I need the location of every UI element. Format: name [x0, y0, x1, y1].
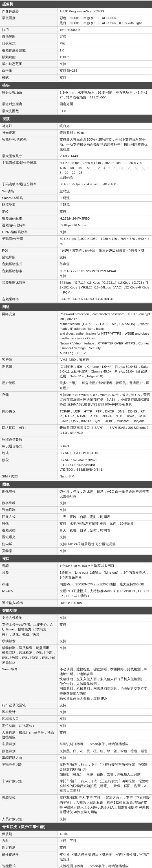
spec-value: 人脸检测（稀疏），smart事件，稀疏遮挡感应	[58, 863, 152, 868]
spec-value: 内置Micro SD/SDHC/Micro SDXC 插槽，最大支持256 GB	[58, 581, 152, 588]
spec-value: P制	[58, 40, 152, 47]
spec-label: 主码流帧率/最佳分辨率	[0, 160, 58, 181]
spec-value: 上行，下行	[58, 838, 152, 844]
section-table-4: 图像增强饱和度，亮度，对比度，锐度，AGC 白平衡是否用户调整前设置都可调数字降…	[0, 488, 152, 555]
table-row: 模式支持	[0, 74, 152, 81]
spec-label: 镜头及视场角	[0, 89, 58, 101]
spec-label: 模式	[0, 74, 58, 81]
table-row: 码流类型主码流	[0, 202, 152, 208]
section-table-1: 镜头及视场角8.3~9 mm，水平视场角：92.5°~48°，垂直视场角：48.…	[0, 89, 152, 115]
spec-label: 区域屏蔽	[0, 254, 58, 261]
spec-value: 2560 × 1440	[58, 153, 152, 160]
table-row: 宽动态支持	[0, 548, 152, 554]
table-row: 车辆行驶方向支持	[0, 754, 152, 761]
spec-value: 定焦	[58, 33, 152, 40]
table-row: 支持入侵检测支持	[0, 614, 152, 621]
spec-value: 5G NR/LTE-FDD/LTE-TDD	[58, 450, 152, 457]
spec-value: 1s~1/100000s	[58, 26, 152, 33]
spec-value: 4兴趣区域支持：码子流，第三兴趣级别设置4个感知区域	[58, 247, 152, 254]
spec-value: 1/1.8" ProgressiveScan CMOS	[58, 8, 152, 15]
spec-label: 区域曝光	[0, 534, 58, 541]
section-header-2: 视频	[0, 115, 152, 123]
spec-label: 子码流/分辨率	[0, 236, 58, 247]
section-header-5: 接口	[0, 555, 152, 562]
spec-label: 移动侦测，遮挡检查，键盘清晰，横越网络，跨线检测，IP地址中断，IP地址故障，I…	[0, 645, 58, 666]
spec-label: 宽动态	[0, 548, 58, 554]
table-row: 制式5G NR/LTE-FDD/LTE-TDD	[0, 450, 152, 457]
spec-label: 人脸检测（稀疏）smart事件，稀疏遮挡感应	[0, 729, 58, 741]
spec-value: 支持	[58, 614, 152, 621]
spec-value: 摩托车/轿车，行人，下行（正在行驶的车辆可报警）报警时会触发的联动行为 如拍照（…	[58, 762, 152, 778]
spec-label: 自动光圈	[0, 33, 58, 40]
spec-label: 网络接口（API）	[0, 425, 58, 436]
spec-value: 支持	[58, 621, 152, 638]
table-row: 子码流/分辨率50 Hz：fps（1920 × 1080，1280 × 720，…	[0, 236, 152, 247]
spec-value: 白天，夜晚，自动，定时，时间表	[58, 514, 152, 520]
spec-value: Nano-SIM	[58, 473, 152, 480]
spec-value: 支持黑、白、灰、黄、橙、红、绿、蓝，粉色、棕色、紫色	[58, 748, 152, 754]
table-row: 区域曝光支持	[0, 534, 152, 541]
spec-label: 镜像	[0, 520, 58, 527]
spec-value: 支持	[58, 722, 152, 729]
spec-value: 支持48~255	[58, 67, 152, 74]
spec-value: 饱和度，亮度，对比度，锐度，AGC 白平衡是否用户调整前设置都可调	[58, 488, 152, 500]
spec-value: 支持	[58, 816, 152, 823]
spec-value: 支持：水平/垂直/左右翻转 横向，纵向，30倍缩放	[58, 520, 152, 527]
spec-label: Svc功能	[0, 188, 58, 194]
table-row: 最大光圈数F1.0	[0, 108, 152, 115]
section-table-7: 保质期1-6年方向上行，下行固定检测支持磁性传感器被动和 区域入侵检测 进出区域…	[0, 831, 152, 868]
spec-value: 支持	[58, 534, 152, 541]
table-row: 网络接口（API）开放型网络视频接口（ISAPI），ISAPI-ISAS1-20…	[0, 425, 152, 436]
table-row: 网络安全Password protection，complicated pass…	[0, 311, 152, 356]
spec-label: Smart事件	[0, 666, 58, 702]
spec-value: D0:I/O: 100 mA	[58, 599, 152, 606]
spec-value: 5G/4G	[58, 443, 152, 450]
table-row: 视频编码标准H.265/H.264/MJPEG	[0, 215, 152, 222]
spec-value: 白天，夜晚，自动，定时，时间表	[58, 527, 152, 534]
table-row: 最小动态范围支持	[0, 61, 152, 67]
spec-label: 车辆计数识别	[0, 778, 58, 794]
spec-value: 支持Micro SD/Micro SDHC/Micro SDC卡，最大256 G…	[58, 392, 152, 408]
table-row: 音频压缩比特率64 Kbps（G.711）/16 Kbps（G.722.1）/1…	[0, 279, 152, 296]
table-row: 网络协议TCP/IP，UDP，HTTP，FTP，DHCP，DNS，DDNS，RT…	[0, 408, 152, 425]
table-row: Smart265编码主码流	[0, 194, 152, 201]
spec-label: 标准通信参数	[0, 436, 58, 443]
spec-value: F1.0	[58, 108, 152, 115]
spec-label: 车牌识别	[0, 741, 58, 748]
spec-label: 音频采样率	[0, 296, 58, 303]
spec-value: 支持	[58, 507, 152, 514]
spec-value: 暖白光	[58, 123, 152, 129]
table-row: 视频传感器效能1.0	[0, 47, 152, 54]
spec-label: SIM卡类型	[0, 473, 58, 480]
spec-value: 主码流	[58, 188, 152, 194]
spec-label: 最近对焦距离	[0, 101, 58, 108]
table-row: 标准通信参数	[0, 436, 152, 443]
table-row: 视频制式摩托车/轿车 行人 下行 下行 （背对方向），下行（正在行驶的车辆），A…	[0, 794, 152, 816]
table-row: 车辆类型识别摩托车/轿车，行人，下行（正在行驶的车辆可报警）报警时会触发的联动行…	[0, 762, 152, 778]
spec-value: 5G NR：n28/n41/n78/n79 LTE-FDD：B1/B3/B5/B…	[58, 457, 152, 473]
spec-value: H.265/H.264/MJPEG	[58, 215, 152, 222]
spec-label: 日夜制式	[0, 40, 58, 47]
spec-label: 保质期	[0, 831, 58, 837]
spec-value: 支持	[58, 716, 152, 722]
spec-value: 50 Hz：fps（1920 × 1080，1280 × 720，704 × 5…	[58, 236, 152, 247]
table-row: 视频编码比特率32 Kbps~16 Mbps	[0, 222, 152, 228]
spec-value: 支持	[58, 844, 152, 851]
section-header-4: 图像	[0, 481, 152, 488]
table-row: 白平衡支持48~255	[0, 67, 152, 74]
spec-value: G.711/G.722.1/G.726/MP2L2/PCM/AAC 支持	[58, 268, 152, 279]
spec-label: 帧频功能	[0, 54, 58, 60]
spec-value: IE 浏览器：IE9+，Chrome 41.0~44，Firefox 30.0~…	[58, 363, 152, 380]
table-row: 防闪烁支持8MP 24倍靖景最优 可分区域调整	[0, 541, 152, 548]
spec-value: 车牌识别（稀疏），smart事件，稀疏遮挡感应	[58, 741, 152, 748]
table-row: SIM卡类型Nano-SIM	[0, 473, 152, 480]
spec-label: 数字降噪	[0, 500, 58, 507]
table-row: 警报输入/输出D0:I/O: 100 mA	[0, 599, 152, 606]
spec-label: 音频压缩比特率	[0, 279, 58, 296]
table-row: 音频1路输入（Line out）1路输出（Line out），2个内置麦克风，5…	[0, 569, 152, 581]
spec-value: 支持	[58, 61, 152, 67]
spec-value: 1个RJ45 10 M/100 M自适应以太网口	[58, 563, 152, 569]
spec-label: 白平衡	[0, 67, 58, 74]
spec-value: 被动和 区域入侵检测 进出区域检测，室内区域检测，室内广域矩形	[58, 851, 152, 863]
spec-label: 补光距离	[0, 130, 58, 136]
